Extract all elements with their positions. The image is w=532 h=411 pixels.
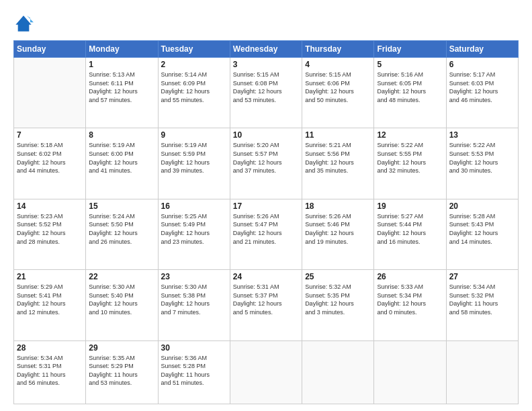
day-number: 20 xyxy=(449,201,515,211)
calendar-week-5: 28Sunrise: 5:34 AM Sunset: 5:31 PM Dayli… xyxy=(14,340,519,404)
calendar-table: SundayMondayTuesdayWednesdayThursdayFrid… xyxy=(13,40,519,404)
day-info: Sunrise: 5:29 AM Sunset: 5:41 PM Dayligh… xyxy=(17,283,83,316)
day-number: 25 xyxy=(305,272,371,281)
day-number: 9 xyxy=(161,130,227,140)
calendar-cell: 2Sunrise: 5:14 AM Sunset: 6:09 PM Daylig… xyxy=(158,58,230,128)
calendar-cell xyxy=(374,340,446,404)
calendar-cell xyxy=(14,58,86,128)
day-number: 2 xyxy=(161,60,227,69)
day-info: Sunrise: 5:32 AM Sunset: 5:35 PM Dayligh… xyxy=(305,283,371,316)
calendar-cell: 10Sunrise: 5:20 AM Sunset: 5:57 PM Dayli… xyxy=(230,128,302,199)
calendar-cell: 11Sunrise: 5:21 AM Sunset: 5:56 PM Dayli… xyxy=(302,128,374,199)
day-info: Sunrise: 5:13 AM Sunset: 6:11 PM Dayligh… xyxy=(89,71,154,104)
col-header-friday: Friday xyxy=(374,41,446,58)
calendar-cell: 26Sunrise: 5:33 AM Sunset: 5:34 PM Dayli… xyxy=(374,270,446,340)
day-number: 26 xyxy=(377,272,443,281)
calendar-week-1: 1Sunrise: 5:13 AM Sunset: 6:11 PM Daylig… xyxy=(14,58,519,128)
day-info: Sunrise: 5:15 AM Sunset: 6:06 PM Dayligh… xyxy=(305,71,371,104)
col-header-saturday: Saturday xyxy=(446,41,518,58)
col-header-monday: Monday xyxy=(86,41,158,58)
day-info: Sunrise: 5:26 AM Sunset: 5:47 PM Dayligh… xyxy=(233,212,299,246)
calendar-cell: 13Sunrise: 5:22 AM Sunset: 5:53 PM Dayli… xyxy=(446,128,518,199)
calendar-week-4: 21Sunrise: 5:29 AM Sunset: 5:41 PM Dayli… xyxy=(14,270,519,340)
calendar-cell: 12Sunrise: 5:22 AM Sunset: 5:55 PM Dayli… xyxy=(374,128,446,199)
svg-marker-0 xyxy=(15,15,31,31)
page: SundayMondayTuesdayWednesdayThursdayFrid… xyxy=(0,0,532,411)
calendar-week-3: 14Sunrise: 5:23 AM Sunset: 5:52 PM Dayli… xyxy=(14,199,519,269)
calendar-cell: 30Sunrise: 5:36 AM Sunset: 5:28 PM Dayli… xyxy=(158,340,230,404)
day-number: 21 xyxy=(17,272,83,281)
calendar-cell: 25Sunrise: 5:32 AM Sunset: 5:35 PM Dayli… xyxy=(302,270,374,340)
calendar-cell: 14Sunrise: 5:23 AM Sunset: 5:52 PM Dayli… xyxy=(14,199,86,269)
day-number: 10 xyxy=(233,130,299,140)
day-number: 5 xyxy=(377,60,443,69)
calendar-cell: 19Sunrise: 5:27 AM Sunset: 5:44 PM Dayli… xyxy=(374,199,446,269)
calendar-cell: 4Sunrise: 5:15 AM Sunset: 6:06 PM Daylig… xyxy=(302,58,374,128)
col-header-wednesday: Wednesday xyxy=(230,41,302,58)
col-header-thursday: Thursday xyxy=(302,41,374,58)
logo-icon xyxy=(13,13,34,34)
calendar-cell: 9Sunrise: 5:19 AM Sunset: 5:59 PM Daylig… xyxy=(158,128,230,199)
calendar-cell: 17Sunrise: 5:26 AM Sunset: 5:47 PM Dayli… xyxy=(230,199,302,269)
day-info: Sunrise: 5:30 AM Sunset: 5:40 PM Dayligh… xyxy=(89,283,154,316)
calendar-week-2: 7Sunrise: 5:18 AM Sunset: 6:02 PM Daylig… xyxy=(14,128,519,199)
calendar-cell: 6Sunrise: 5:17 AM Sunset: 6:03 PM Daylig… xyxy=(446,58,518,128)
day-number: 1 xyxy=(89,60,154,69)
calendar-cell: 21Sunrise: 5:29 AM Sunset: 5:41 PM Dayli… xyxy=(14,270,86,340)
day-number: 18 xyxy=(305,201,371,211)
day-number: 6 xyxy=(449,60,515,69)
calendar-cell: 22Sunrise: 5:30 AM Sunset: 5:40 PM Dayli… xyxy=(86,270,158,340)
calendar-cell: 28Sunrise: 5:34 AM Sunset: 5:31 PM Dayli… xyxy=(14,340,86,404)
day-number: 14 xyxy=(17,201,83,211)
day-number: 16 xyxy=(161,201,227,211)
day-info: Sunrise: 5:28 AM Sunset: 5:43 PM Dayligh… xyxy=(449,212,515,246)
day-info: Sunrise: 5:34 AM Sunset: 5:31 PM Dayligh… xyxy=(17,354,83,387)
day-number: 23 xyxy=(161,272,227,281)
day-info: Sunrise: 5:23 AM Sunset: 5:52 PM Dayligh… xyxy=(17,212,83,246)
day-number: 3 xyxy=(233,60,299,69)
day-number: 22 xyxy=(89,272,154,281)
day-info: Sunrise: 5:25 AM Sunset: 5:49 PM Dayligh… xyxy=(161,212,227,246)
day-info: Sunrise: 5:20 AM Sunset: 5:57 PM Dayligh… xyxy=(233,141,299,175)
day-info: Sunrise: 5:19 AM Sunset: 6:00 PM Dayligh… xyxy=(89,141,154,175)
day-number: 4 xyxy=(305,60,371,69)
day-number: 8 xyxy=(89,130,154,140)
calendar-cell: 15Sunrise: 5:24 AM Sunset: 5:50 PM Dayli… xyxy=(86,199,158,269)
day-info: Sunrise: 5:26 AM Sunset: 5:46 PM Dayligh… xyxy=(305,212,371,246)
col-header-sunday: Sunday xyxy=(14,41,86,58)
day-info: Sunrise: 5:19 AM Sunset: 5:59 PM Dayligh… xyxy=(161,141,227,175)
day-info: Sunrise: 5:30 AM Sunset: 5:38 PM Dayligh… xyxy=(161,283,227,316)
day-number: 17 xyxy=(233,201,299,211)
day-number: 27 xyxy=(449,272,515,281)
day-info: Sunrise: 5:33 AM Sunset: 5:34 PM Dayligh… xyxy=(377,283,443,316)
day-info: Sunrise: 5:31 AM Sunset: 5:37 PM Dayligh… xyxy=(233,283,299,316)
day-number: 24 xyxy=(233,272,299,281)
calendar-cell: 23Sunrise: 5:30 AM Sunset: 5:38 PM Dayli… xyxy=(158,270,230,340)
calendar-cell: 5Sunrise: 5:16 AM Sunset: 6:05 PM Daylig… xyxy=(374,58,446,128)
day-number: 13 xyxy=(449,130,515,140)
calendar-header-row: SundayMondayTuesdayWednesdayThursdayFrid… xyxy=(14,41,519,58)
day-info: Sunrise: 5:16 AM Sunset: 6:05 PM Dayligh… xyxy=(377,71,443,104)
calendar-cell: 20Sunrise: 5:28 AM Sunset: 5:43 PM Dayli… xyxy=(446,199,518,269)
day-info: Sunrise: 5:24 AM Sunset: 5:50 PM Dayligh… xyxy=(89,212,154,246)
day-info: Sunrise: 5:35 AM Sunset: 5:29 PM Dayligh… xyxy=(89,354,154,387)
day-info: Sunrise: 5:17 AM Sunset: 6:03 PM Dayligh… xyxy=(449,71,515,104)
calendar-cell xyxy=(230,340,302,404)
day-number: 7 xyxy=(17,130,83,140)
calendar-cell: 24Sunrise: 5:31 AM Sunset: 5:37 PM Dayli… xyxy=(230,270,302,340)
day-number: 30 xyxy=(161,343,227,353)
day-info: Sunrise: 5:18 AM Sunset: 6:02 PM Dayligh… xyxy=(17,141,83,175)
calendar-cell: 3Sunrise: 5:15 AM Sunset: 6:08 PM Daylig… xyxy=(230,58,302,128)
day-number: 29 xyxy=(89,343,154,353)
day-info: Sunrise: 5:36 AM Sunset: 5:28 PM Dayligh… xyxy=(161,354,227,387)
day-info: Sunrise: 5:22 AM Sunset: 5:55 PM Dayligh… xyxy=(377,141,443,175)
day-number: 28 xyxy=(17,343,83,353)
calendar-cell: 18Sunrise: 5:26 AM Sunset: 5:46 PM Dayli… xyxy=(302,199,374,269)
day-info: Sunrise: 5:14 AM Sunset: 6:09 PM Dayligh… xyxy=(161,71,227,104)
day-info: Sunrise: 5:15 AM Sunset: 6:08 PM Dayligh… xyxy=(233,71,299,104)
calendar-cell: 7Sunrise: 5:18 AM Sunset: 6:02 PM Daylig… xyxy=(14,128,86,199)
header xyxy=(13,12,519,34)
calendar-cell: 27Sunrise: 5:34 AM Sunset: 5:32 PM Dayli… xyxy=(446,270,518,340)
day-info: Sunrise: 5:22 AM Sunset: 5:53 PM Dayligh… xyxy=(449,141,515,175)
day-info: Sunrise: 5:27 AM Sunset: 5:44 PM Dayligh… xyxy=(377,212,443,246)
